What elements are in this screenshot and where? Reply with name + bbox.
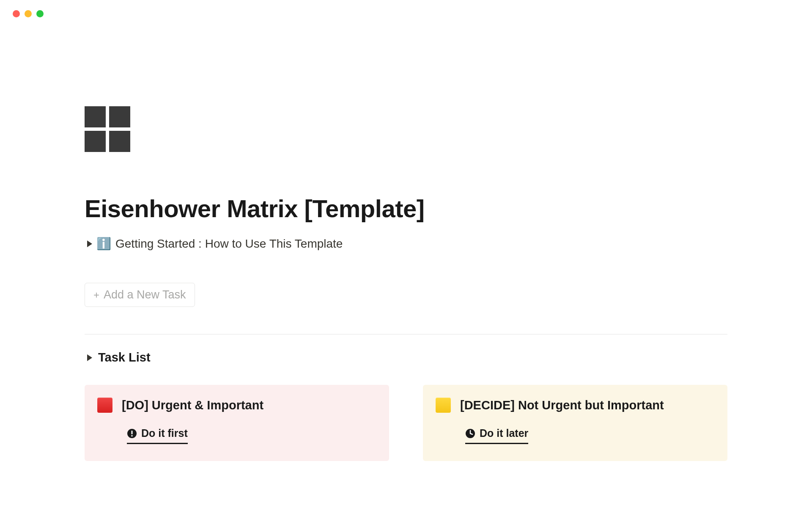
- window-close-button[interactable]: [13, 10, 20, 17]
- card-title-do: [DO] Urgent & Important: [122, 398, 263, 412]
- card-header: [DECIDE] Not Urgent but Important: [436, 398, 715, 413]
- red-square-icon: [97, 398, 112, 413]
- grid-icon: [85, 106, 106, 127]
- clock-icon: [465, 428, 475, 439]
- page-icon[interactable]: [85, 106, 130, 152]
- divider: [85, 334, 727, 334]
- yellow-square-icon: [436, 398, 451, 413]
- tab-label: Do it later: [480, 427, 528, 439]
- svg-point-2: [131, 435, 133, 436]
- window-minimize-button[interactable]: [25, 10, 32, 17]
- tab-do-it-later[interactable]: Do it later: [465, 427, 528, 444]
- exclamation-circle-icon: [127, 428, 137, 439]
- matrix-grid: [DO] Urgent & Important Do it first [DEC…: [85, 385, 727, 461]
- grid-icon: [109, 131, 130, 152]
- task-list-toggle[interactable]: Task List: [85, 351, 727, 364]
- grid-icon: [85, 131, 106, 152]
- chevron-right-icon: [87, 240, 92, 247]
- getting-started-toggle[interactable]: ℹ️ Getting Started : How to Use This Tem…: [85, 237, 727, 251]
- tab-do-it-first[interactable]: Do it first: [127, 427, 188, 444]
- grid-icon: [109, 106, 130, 127]
- add-task-label: Add a New Task: [104, 288, 186, 301]
- info-icon: ℹ️: [96, 238, 111, 250]
- window-controls: [0, 0, 812, 17]
- matrix-card-do[interactable]: [DO] Urgent & Important Do it first: [85, 385, 389, 461]
- plus-icon: +: [93, 290, 99, 300]
- card-title-decide: [DECIDE] Not Urgent but Important: [460, 398, 664, 412]
- page-title[interactable]: Eisenhower Matrix [Template]: [85, 194, 727, 223]
- tab-label: Do it first: [141, 427, 188, 439]
- task-list-label: Task List: [98, 351, 151, 364]
- page-content: Eisenhower Matrix [Template] ℹ️ Getting …: [0, 17, 812, 461]
- add-task-button[interactable]: + Add a New Task: [85, 283, 195, 307]
- svg-rect-1: [132, 431, 133, 434]
- getting-started-label: Getting Started : How to Use This Templa…: [115, 237, 343, 251]
- chevron-right-icon: [87, 354, 92, 361]
- matrix-card-decide[interactable]: [DECIDE] Not Urgent but Important Do it …: [423, 385, 727, 461]
- card-header: [DO] Urgent & Important: [97, 398, 376, 413]
- window-maximize-button[interactable]: [36, 10, 44, 17]
